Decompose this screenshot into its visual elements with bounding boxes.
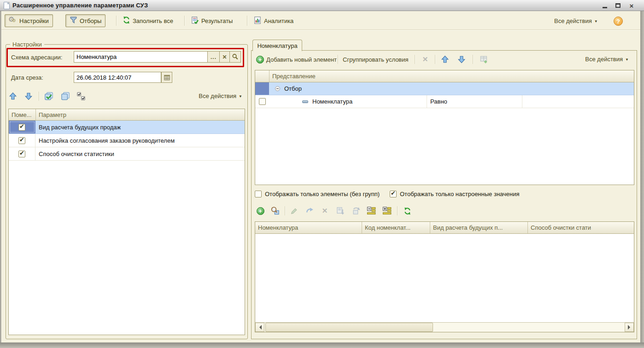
mark-cell[interactable] [9, 147, 35, 160]
delete-value-button[interactable]: ✕ [320, 205, 330, 216]
column-header[interactable]: Способ очистки стати [528, 222, 634, 233]
tree-row-group[interactable]: Отбор [255, 82, 634, 95]
edit-button[interactable] [288, 205, 299, 216]
scrollbar-track[interactable] [433, 323, 625, 332]
scheme-search-button[interactable] [230, 51, 241, 63]
tree-row-item[interactable]: Номенклатура Равно [255, 95, 634, 108]
tree-item-label: Номенклатура [312, 98, 352, 105]
scheme-input[interactable]: Номенклатура [74, 51, 208, 63]
copy-down-button[interactable] [334, 205, 345, 216]
param-cell[interactable]: Настройка согласования заказов руководит… [35, 134, 178, 147]
toolbar-separator [39, 92, 39, 101]
delete-condition-button[interactable]: ✕ [420, 54, 430, 65]
column-header[interactable]: Код номенклат... [362, 222, 430, 233]
uncheck-all-icon [61, 92, 70, 101]
param-cell[interactable]: Вид расчета будущих продаж [35, 121, 124, 133]
filter-tree-table: Представление Отбор Номенклатура Равно [255, 70, 634, 185]
add-value-button[interactable]: + [255, 205, 266, 216]
add-group-button[interactable] [478, 54, 489, 65]
scheme-select-button[interactable]: ... [208, 51, 220, 63]
toolbar-separator [397, 206, 398, 215]
all-actions-filter[interactable]: Все действия▼ [567, 56, 629, 63]
analytics-button[interactable]: Аналитика [250, 14, 297, 27]
invert-check-icon [76, 92, 86, 101]
title-bar: Расширенное управление параметрами СУЗ [0, 0, 644, 11]
dropdown-arrow-icon: ▼ [594, 19, 598, 23]
results-button[interactable]: Результаты [187, 14, 236, 27]
parameters-table: Поме... Параметр Вид расчета будущих про… [8, 109, 245, 335]
condition-cell[interactable]: Равно [427, 95, 522, 108]
add-icon: + [256, 56, 264, 64]
find-button[interactable] [269, 205, 281, 216]
funnel-icon [70, 16, 77, 25]
all-actions-top[interactable]: Все действия▼ [554, 17, 598, 24]
settings-toolbar-button[interactable]: ⚙ ⚙ Настройки [5, 14, 53, 27]
set-value-button[interactable] [304, 205, 315, 216]
mark-cell[interactable] [9, 121, 35, 133]
fill-all-button[interactable]: Заполнить все [119, 14, 177, 27]
param-cell[interactable]: Способ очистки статистики [35, 147, 117, 160]
calendar-icon [164, 74, 170, 81]
table-row[interactable]: Вид расчета будущих продаж [9, 121, 245, 134]
only-items-checkbox[interactable] [255, 191, 262, 197]
only-items-option[interactable]: Отображать только элементы (без групп) [255, 191, 380, 197]
add-group-icon [480, 55, 488, 64]
only-configured-checkbox[interactable] [390, 191, 397, 197]
gears-icon: ⚙ ⚙ [9, 17, 17, 25]
drag-icon [351, 207, 360, 215]
collapse-all-button[interactable] [366, 205, 377, 216]
value-cell[interactable] [522, 95, 634, 108]
scroll-left-button[interactable] [255, 323, 264, 332]
table-row[interactable]: Способ очистки статистики [9, 147, 245, 161]
redo-icon [305, 207, 314, 215]
toolbar-separator [473, 55, 473, 64]
slice-date-input[interactable]: 26.06.2018 12:40:07 [74, 72, 161, 83]
move-up-button[interactable] [7, 91, 18, 102]
uncheck-all-button[interactable] [60, 91, 71, 102]
tab-nomenklatura[interactable]: Номенклатура [252, 40, 302, 51]
invert-check-button[interactable] [76, 91, 87, 102]
row-checkbox[interactable] [18, 137, 25, 144]
table-row[interactable]: Настройка согласования заказов руководит… [9, 134, 245, 147]
column-header-param[interactable]: Параметр [36, 109, 245, 120]
maximize-button[interactable] [613, 1, 623, 10]
column-header-mark[interactable]: Поме... [9, 109, 35, 120]
mark-cell[interactable] [9, 134, 35, 147]
condition-down-button[interactable] [456, 54, 467, 65]
horizontal-scrollbar[interactable] [255, 322, 634, 332]
fill-all-icon [123, 16, 130, 25]
scrollbar-thumb[interactable] [265, 323, 433, 332]
row-checkbox[interactable] [18, 151, 25, 157]
calendar-button[interactable] [161, 72, 172, 83]
check-all-button[interactable] [43, 91, 54, 102]
scroll-right-button[interactable] [625, 323, 634, 332]
only-configured-option[interactable]: Отображать только настроенные значения [390, 191, 520, 197]
values-table-header: Номенклатура Код номенклат... Вид расчет… [255, 222, 634, 234]
filters-toolbar-button[interactable]: Отборы [65, 14, 105, 27]
scroll-right-icon [628, 325, 632, 330]
move-down-button[interactable] [23, 91, 34, 102]
scheme-clear-button[interactable]: ✕ [220, 51, 230, 63]
only-items-label: Отображать только элементы (без групп) [265, 191, 380, 197]
add-element-button[interactable]: + Добавить новый элемент [254, 53, 339, 66]
app-window: Расширенное управление параметрами СУЗ ×… [0, 0, 644, 348]
group-conditions-button[interactable]: Сгруппировать условия [341, 53, 410, 66]
use-condition-checkbox[interactable] [259, 98, 266, 105]
all-actions-settings[interactable]: Все действия▼ [182, 93, 242, 99]
results-icon [191, 16, 199, 26]
condition-up-button[interactable] [439, 54, 451, 65]
row-checkbox[interactable] [18, 124, 25, 131]
minimize-button[interactable] [600, 1, 610, 10]
help-button[interactable]: ? [614, 17, 623, 26]
column-header[interactable]: Номенклатура [255, 222, 362, 233]
copy-up-button[interactable] [350, 205, 361, 216]
refresh-button[interactable] [402, 205, 413, 216]
expand-all-button[interactable] [381, 205, 392, 216]
tree-minus-icon[interactable] [275, 86, 281, 92]
column-header[interactable]: Вид расчета будущих п... [430, 222, 527, 233]
only-configured-label: Отображать только настроенные значения [400, 191, 520, 197]
close-button[interactable]: × [626, 1, 637, 10]
column-header-presentation[interactable]: Представление [269, 70, 634, 82]
toolbar-divider [1, 29, 640, 30]
dropdown-arrow-icon: ▼ [239, 94, 242, 99]
